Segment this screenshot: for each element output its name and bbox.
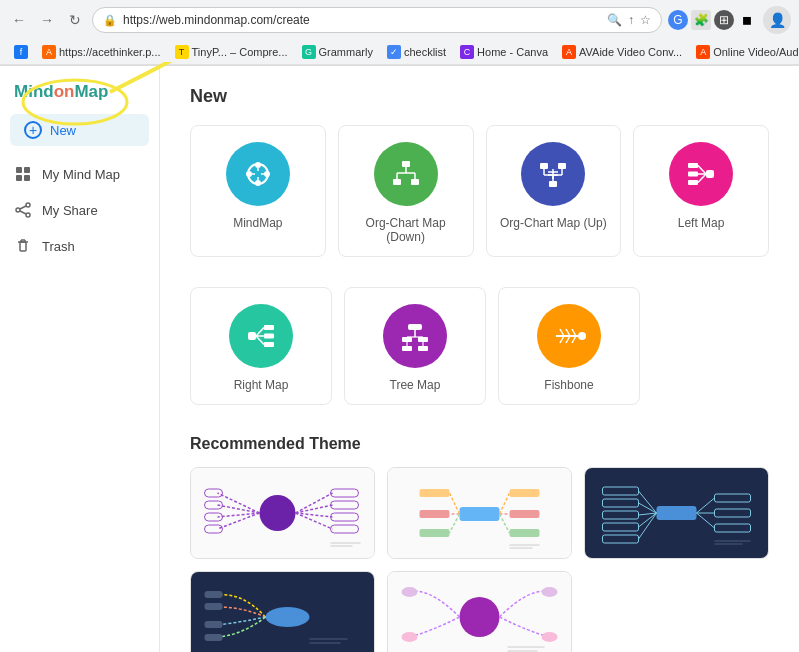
svg-point-18 xyxy=(264,171,270,177)
orgup-label: Org-Chart Map (Up) xyxy=(500,216,607,230)
sidebar-item-trash[interactable]: Trash xyxy=(0,228,159,264)
svg-rect-89 xyxy=(331,525,359,533)
theme-grid-row2 xyxy=(190,571,769,652)
app-logo: MindonMap xyxy=(0,74,159,114)
treemap-icon-circle xyxy=(383,304,447,368)
svg-rect-88 xyxy=(331,513,359,521)
svg-rect-102 xyxy=(510,489,540,497)
svg-rect-115 xyxy=(603,511,639,519)
map-card-mindmap[interactable]: MindMap xyxy=(190,125,326,257)
map-card-orgdown[interactable]: Org-Chart Map (Down) xyxy=(338,125,474,257)
svg-rect-2 xyxy=(16,175,22,181)
svg-line-120 xyxy=(697,513,715,528)
ext-icon-4[interactable]: ◼ xyxy=(737,10,757,30)
checklist-favicon: ✓ xyxy=(387,45,401,59)
svg-point-16 xyxy=(255,180,261,186)
new-button[interactable]: + New xyxy=(10,114,149,146)
svg-line-70 xyxy=(566,336,570,343)
back-button[interactable]: ← xyxy=(8,9,30,31)
bookmark-checklist[interactable]: ✓ checklist xyxy=(381,43,452,61)
theme-preview-2 xyxy=(388,468,571,558)
profile-avatar[interactable]: 👤 xyxy=(763,6,791,34)
svg-rect-130 xyxy=(205,634,223,641)
canva-favicon: C xyxy=(460,45,474,59)
svg-rect-50 xyxy=(264,342,274,347)
map-card-orgup[interactable]: Org-Chart Map (Up) xyxy=(486,125,622,257)
map-types-row1: MindMap O xyxy=(190,125,769,257)
svg-rect-32 xyxy=(558,163,566,169)
svg-rect-113 xyxy=(603,487,639,495)
rightmap-icon-circle xyxy=(229,304,293,368)
bookmark-acethinker[interactable]: A https://acethinker.p... xyxy=(36,43,167,61)
svg-line-44 xyxy=(698,166,706,175)
svg-rect-104 xyxy=(510,529,540,537)
mindmap-icon-circle xyxy=(226,142,290,206)
plus-icon: + xyxy=(24,121,42,139)
bookmark-tinyp[interactable]: T TinyP... – Compre... xyxy=(169,43,294,61)
theme-card-5[interactable] xyxy=(387,571,572,652)
ext-icon-2[interactable]: 🧩 xyxy=(691,10,711,30)
svg-point-73 xyxy=(260,495,296,531)
bookmark-facebook[interactable]: f xyxy=(8,43,34,61)
theme-preview-5 xyxy=(388,572,571,652)
svg-line-75 xyxy=(218,505,260,513)
forward-button[interactable]: → xyxy=(36,9,58,31)
treemap-label: Tree Map xyxy=(390,378,441,392)
svg-line-74 xyxy=(218,493,260,513)
bookmark-online-video[interactable]: A Online Video/Audio... xyxy=(690,43,799,61)
svg-rect-80 xyxy=(205,513,223,521)
svg-rect-98 xyxy=(420,529,450,537)
orgdown-label: Org-Chart Map (Down) xyxy=(349,216,463,244)
svg-rect-0 xyxy=(16,167,22,173)
theme-card-3[interactable] xyxy=(584,467,769,559)
bookmark-grammarly[interactable]: G Grammarly xyxy=(296,43,379,61)
svg-line-108 xyxy=(639,491,657,513)
map-card-treemap[interactable]: Tree Map xyxy=(344,287,486,405)
myshare-label: My Share xyxy=(42,203,98,218)
tinyp-favicon: T xyxy=(175,45,189,59)
svg-rect-30 xyxy=(549,181,557,187)
extension-icons: G 🧩 ⊞ ◼ xyxy=(668,10,757,30)
leftmap-icon-circle xyxy=(669,142,733,206)
browser-nav-bar: ← → ↻ 🔒 https://web.mindonmap.com/create… xyxy=(0,0,799,40)
svg-rect-127 xyxy=(205,591,223,598)
share-icon xyxy=(14,201,32,219)
sidebar-item-mymindmap[interactable]: My Mind Map xyxy=(0,156,159,192)
svg-line-82 xyxy=(296,493,333,513)
orgup-icon-circle xyxy=(521,142,585,206)
bookmarks-bar: f A https://acethinker.p... T TinyP... –… xyxy=(0,40,799,65)
ext-icon-1[interactable]: G xyxy=(668,10,688,30)
svg-rect-128 xyxy=(205,603,223,610)
bookmark-avaide[interactable]: A AVAide Video Conv... xyxy=(556,43,688,61)
url-text: https://web.mindonmap.com/create xyxy=(123,13,601,27)
acethinker-favicon: A xyxy=(42,45,56,59)
svg-rect-57 xyxy=(402,346,412,351)
svg-point-134 xyxy=(402,587,418,597)
address-bar[interactable]: 🔒 https://web.mindonmap.com/create 🔍 ↑ ☆ xyxy=(92,7,662,33)
svg-rect-31 xyxy=(540,163,548,169)
mindmap-label: MindMap xyxy=(233,216,282,230)
svg-rect-116 xyxy=(603,523,639,531)
bookmark-canva[interactable]: C Home - Canva xyxy=(454,43,554,61)
svg-line-51 xyxy=(256,328,264,337)
sidebar-item-myshare[interactable]: My Share xyxy=(0,192,159,228)
theme-card-1[interactable] xyxy=(190,467,375,559)
svg-line-68 xyxy=(560,336,564,343)
svg-rect-103 xyxy=(510,510,540,518)
theme-card-2[interactable] xyxy=(387,467,572,559)
svg-rect-114 xyxy=(603,499,639,507)
svg-point-137 xyxy=(542,632,558,642)
svg-line-109 xyxy=(639,503,657,513)
map-card-fishbone[interactable]: Fishbone xyxy=(498,287,640,405)
map-card-rightmap[interactable]: Right Map xyxy=(190,287,332,405)
mymindmap-label: My Mind Map xyxy=(42,167,120,182)
theme-card-4[interactable] xyxy=(190,571,375,652)
svg-rect-81 xyxy=(205,525,223,533)
bookmark-grammarly-label: Grammarly xyxy=(319,46,373,58)
ext-icon-3[interactable]: ⊞ xyxy=(714,10,734,30)
svg-rect-117 xyxy=(603,535,639,543)
trash-label: Trash xyxy=(42,239,75,254)
map-card-leftmap[interactable]: Left Map xyxy=(633,125,769,257)
svg-rect-47 xyxy=(248,332,256,340)
refresh-button[interactable]: ↻ xyxy=(64,9,86,31)
